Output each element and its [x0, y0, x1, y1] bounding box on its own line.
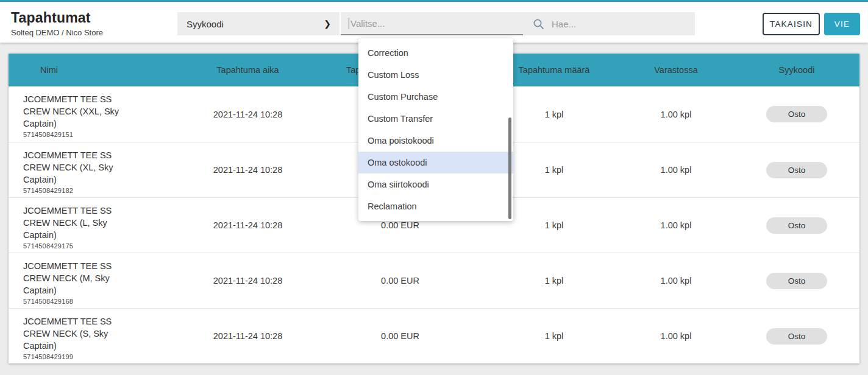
value-placeholder: Valitse... — [350, 18, 385, 29]
product-sku: 5714508429199 — [23, 353, 73, 360]
product-name-line: Captain) — [23, 229, 57, 241]
product-name-cell: JCOEMMETT TEE SS CREW NECK (XL, Sky Capt… — [9, 142, 185, 197]
table-row[interactable]: JCOEMMETT TEE SS CREW NECK (M, Sky Capta… — [9, 253, 859, 308]
title-block: Tapahtumat Solteq DEMO / Nico Store — [11, 10, 103, 37]
product-name-line: CREW NECK (L, Sky — [23, 217, 107, 229]
chevron-right-icon: ❯ — [324, 19, 331, 29]
dropdown-item[interactable]: Custom Purchase — [358, 86, 513, 108]
product-name-line: JCOEMMETT TEE SS — [23, 149, 112, 161]
reason-code-badge: Osto — [766, 162, 827, 178]
product-name-line: CREW NECK (S, Sky — [23, 328, 108, 340]
column-header-nimi[interactable]: Nimi — [9, 54, 185, 86]
product-name-line: CREW NECK (XL, Sky — [23, 161, 113, 173]
product-sku: 5714508429182 — [23, 187, 73, 194]
header-actions: TAKAISIN VIE — [763, 13, 860, 35]
search-placeholder: Hae... — [552, 19, 576, 29]
product-name-cell: JCOEMMETT TEE SS CREW NECK (XXL, Sky Cap… — [9, 86, 185, 142]
transaction-price: 0.00 EUR — [310, 309, 490, 363]
product-name-line: CREW NECK (XXL, Sky — [23, 105, 119, 117]
product-sku: 5714508429151 — [23, 131, 73, 138]
app-header: Tapahtumat Solteq DEMO / Nico Store Syyk… — [0, 2, 868, 43]
search-icon — [533, 18, 544, 30]
in-stock-quantity: 1.00 kpl — [618, 309, 734, 363]
transaction-quantity: 1 kpl — [490, 309, 618, 363]
column-header-tapahtuma-aika[interactable]: Tapahtuma aika — [185, 54, 310, 86]
transaction-time: 2021-11-24 10:28 — [185, 142, 310, 197]
product-sku: 5714508429168 — [23, 298, 73, 305]
transaction-time: 2021-11-24 10:28 — [185, 253, 310, 308]
column-header-syykoodi[interactable]: Syykoodi — [734, 54, 859, 86]
dropdown-item[interactable]: Oma poistokoodi — [358, 130, 513, 152]
dropdown-scrollbar-thumb[interactable] — [508, 117, 511, 219]
page-title: Tapahtumat — [11, 10, 103, 26]
column-header-varastossa[interactable]: Varastossa — [618, 54, 734, 86]
product-name-line: Captain) — [23, 340, 57, 352]
dropdown-item[interactable]: Oma siirtokoodi — [358, 173, 513, 195]
export-button[interactable]: VIE — [824, 13, 860, 35]
dropdown-item[interactable]: Custom Transfer — [358, 108, 513, 130]
transaction-price: 0.00 EUR — [310, 253, 490, 308]
filter-bar: Syykoodi ❯ Valitse... Hae... — [177, 12, 695, 35]
dropdown-item[interactable]: Reclamation — [358, 195, 513, 217]
in-stock-quantity: 1.00 kpl — [618, 86, 734, 142]
product-sku: 5714508429175 — [23, 242, 73, 250]
reason-code-badge: Osto — [766, 273, 827, 289]
product-name-cell: JCOEMMETT TEE SS CREW NECK (S, Sky Capta… — [9, 309, 185, 363]
transaction-time: 2021-11-24 10:28 — [185, 198, 310, 253]
reason-code-dropdown: Correction Custom Loss Custom Purchase C… — [358, 38, 513, 221]
dropdown-item[interactable]: Oma ostokoodi — [358, 152, 513, 173]
in-stock-quantity: 1.00 kpl — [618, 253, 734, 308]
reason-code-badge: Osto — [766, 217, 827, 234]
product-name-line: Captain) — [23, 173, 57, 186]
product-name-line: JCOEMMETT TEE SS — [23, 315, 112, 328]
product-name-cell: JCOEMMETT TEE SS CREW NECK (L, Sky Capta… — [9, 198, 185, 253]
product-name-line: JCOEMMETT TEE SS — [23, 205, 112, 217]
reason-code-selector[interactable]: Syykoodi ❯ — [177, 12, 340, 35]
in-stock-quantity: 1.00 kpl — [618, 142, 734, 197]
reason-code-value-input[interactable]: Valitse... — [341, 12, 523, 35]
search-box[interactable]: Hae... — [523, 12, 695, 35]
table-row[interactable]: JCOEMMETT TEE SS CREW NECK (S, Sky Capta… — [9, 308, 859, 363]
product-name-line: Captain) — [23, 284, 57, 296]
dropdown-item[interactable]: Correction — [358, 42, 513, 64]
product-name-line: JCOEMMETT TEE SS — [23, 260, 112, 272]
dropdown-item[interactable]: Custom Loss — [358, 64, 513, 86]
selector-label: Syykoodi — [187, 19, 224, 29]
transaction-time: 2021-11-24 10:28 — [185, 309, 310, 363]
reason-code-badge: Osto — [766, 328, 827, 345]
text-caret — [349, 18, 349, 29]
back-button[interactable]: TAKAISIN — [763, 13, 820, 35]
product-name-line: JCOEMMETT TEE SS — [23, 93, 112, 105]
transaction-time: 2021-11-24 10:28 — [185, 86, 310, 142]
product-name-line: CREW NECK (M, Sky — [23, 272, 110, 284]
product-name-line: Captain) — [23, 117, 57, 130]
in-stock-quantity: 1.00 kpl — [618, 198, 734, 253]
reason-code-badge: Osto — [766, 106, 827, 122]
page-subtitle: Solteq DEMO / Nico Store — [11, 28, 103, 37]
product-name-cell: JCOEMMETT TEE SS CREW NECK (M, Sky Capta… — [9, 253, 185, 308]
transaction-quantity: 1 kpl — [490, 253, 618, 308]
